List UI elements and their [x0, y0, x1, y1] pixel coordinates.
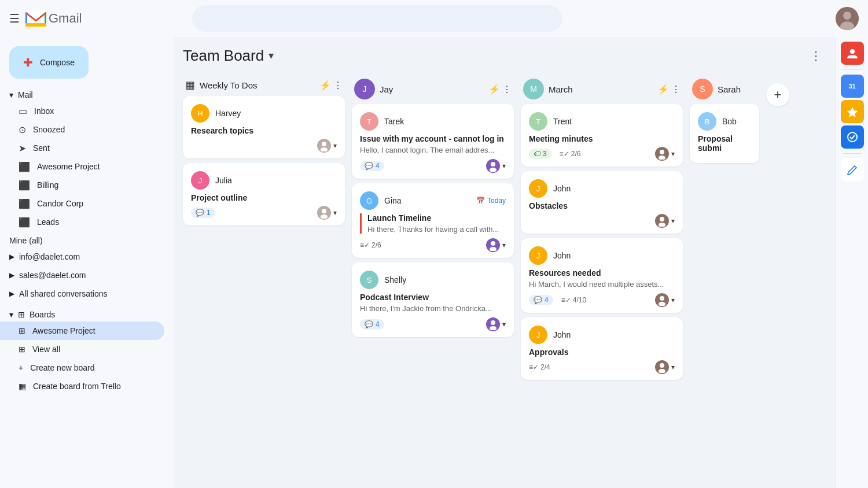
john-res-comment-icon: 💬	[534, 296, 542, 304]
gina-date-badge: 📅 Today	[476, 197, 506, 205]
trent-checklist-icon: ≡✓	[560, 150, 569, 158]
sidebar-item-sent[interactable]: ➤ Sent	[0, 139, 164, 157]
edit-icon[interactable]	[841, 158, 864, 182]
shelly-avatar: S	[360, 271, 378, 289]
card-tarek-issue: T Tarek Issue with my account - cannot l…	[352, 104, 514, 179]
shelly-assignee: ▾	[486, 317, 506, 331]
mail-section-header[interactable]: ▾ Mail	[0, 88, 174, 102]
boards-section-header[interactable]: ▾ ⊞ Boards	[0, 308, 174, 321]
expand-arrow-shared: ▶	[9, 290, 14, 298]
hamburger-icon[interactable]: ☰	[9, 12, 20, 25]
gina-assignee: ▾	[486, 238, 506, 252]
sidebar-item-snoozed[interactable]: ⊙ Snoozed	[0, 120, 164, 139]
board-item-create-new[interactable]: + Create new board	[0, 358, 164, 377]
compose-label: Compose	[40, 58, 75, 67]
svg-point-23	[659, 156, 665, 160]
julia-avatar: J	[191, 171, 209, 190]
tarek-assignee: ▾	[486, 159, 506, 173]
content-area: Team Board ▾ ⋮ ▦ Weekly To Dos ⚡ ⋮ H	[174, 37, 836, 488]
card-top-john-res: J John	[529, 246, 675, 265]
svg-point-16	[491, 162, 495, 167]
sales-email-label: sales@daelet.com	[19, 271, 86, 280]
julia-assignee-chevron[interactable]: ▾	[333, 209, 337, 217]
sidebar-item-leads[interactable]: ⬛ Leads	[0, 213, 164, 231]
gina-calendar-icon: 📅	[476, 197, 485, 205]
gina-checklist-icon: ≡✓	[360, 241, 370, 249]
user-avatar[interactable]	[836, 7, 859, 30]
john-res-assignee-chevron[interactable]: ▾	[671, 296, 675, 304]
sidebar-item-inbox[interactable]: ▭ Inbox	[0, 102, 164, 120]
jay-more-icon[interactable]: ⋮	[502, 84, 512, 95]
shelly-name: Shelly	[384, 275, 406, 284]
tarek-assignee-avatar	[486, 159, 500, 173]
tarek-subject: Issue with my account - cannot log in	[360, 134, 506, 143]
jay-lightning-icon[interactable]: ⚡	[488, 84, 500, 95]
john-res-checklist: ≡✓ 4/10	[561, 296, 586, 304]
trent-name: Trent	[553, 117, 572, 126]
board-item-trello[interactable]: ▦ Create board from Trello	[0, 377, 164, 395]
snoozed-icon: ⊙	[19, 124, 26, 135]
john-res-avatar: J	[529, 246, 547, 265]
board-title-chevron-icon[interactable]: ▾	[269, 49, 274, 62]
add-column-button[interactable]: +	[766, 83, 789, 106]
board-item-awesome-project[interactable]: ⊞ Awesome Project	[0, 321, 164, 340]
gina-assignee-avatar	[486, 238, 500, 252]
tarek-assignee-chevron[interactable]: ▾	[502, 162, 506, 170]
top-bar-left: ☰ Gmail	[9, 10, 183, 27]
trent-tag-badge: 🏷 3	[529, 149, 551, 159]
tarek-comment-count: 4	[376, 162, 380, 170]
sidebar-item-candor[interactable]: ⬛ Candor Corp	[0, 194, 164, 213]
tarek-avatar: T	[360, 112, 378, 131]
john-app-name: John	[553, 330, 571, 339]
col-march: M March ⚡ ⋮ T Trent Meeting minutes	[521, 74, 683, 385]
shelly-assignee-chevron[interactable]: ▾	[502, 320, 506, 328]
boards-grid-icon: ⊞	[18, 310, 25, 319]
card-gina-launch: G Gina 📅 Today Launch Timeline Hi there,…	[352, 183, 514, 258]
trent-assignee: ▾	[655, 147, 675, 161]
john-app-subject: Approvals	[529, 347, 675, 357]
boards-label: Boards	[30, 310, 55, 319]
julia-name: Julia	[215, 176, 232, 185]
awesome-icon: ⬛	[19, 161, 30, 172]
tarek-name: Tarek	[384, 117, 404, 126]
gina-avatar: G	[360, 191, 378, 210]
gina-name: Gina	[384, 196, 402, 205]
john-app-checklist-count: 2/4	[540, 363, 550, 371]
sidebar-info-email[interactable]: ▶ info@daelet.com	[0, 247, 174, 266]
john-res-assignee-avatar	[655, 293, 669, 307]
john-obs-assignee: ▾	[655, 214, 675, 228]
sidebar-item-awesome[interactable]: ⬛ Awesome Project	[0, 157, 164, 176]
john-res-comment-count: 4	[545, 296, 549, 304]
kanban-board: ▦ Weekly To Dos ⚡ ⋮ H Harvey Research to…	[183, 74, 826, 385]
gina-content: Launch Timeline Hi there, Thanks for hav…	[360, 213, 506, 234]
compose-button[interactable]: ✚ Compose	[9, 46, 89, 79]
harvey-assignee-chevron[interactable]: ▾	[333, 142, 337, 150]
board-item-view-all[interactable]: ⊞ View all	[0, 340, 164, 358]
keep-icon[interactable]	[841, 100, 864, 123]
trent-assignee-chevron[interactable]: ▾	[671, 150, 675, 158]
search-input[interactable]	[192, 5, 562, 32]
john-app-assignee-chevron[interactable]: ▾	[671, 363, 675, 371]
board-more-icon[interactable]: ⋮	[806, 46, 826, 65]
card-john-approvals: J John Approvals ≡✓ 2/4	[521, 317, 683, 380]
svg-point-19	[490, 247, 496, 251]
trent-footer: 🏷 3 ≡✓ 2/6 ▾	[529, 147, 675, 161]
tasks-icon[interactable]	[841, 125, 864, 149]
gina-assignee-chevron[interactable]: ▾	[502, 241, 506, 249]
weekly-more-icon[interactable]: ⋮	[333, 80, 343, 91]
trent-checklist-count: 2/6	[571, 150, 581, 158]
sidebar-item-billing[interactable]: ⬛ Billing	[0, 176, 164, 194]
weekly-lightning-icon[interactable]: ⚡	[319, 80, 331, 91]
march-lightning-icon[interactable]: ⚡	[657, 84, 669, 95]
svg-rect-4	[25, 13, 27, 24]
calendar-icon[interactable]: 31	[841, 75, 864, 98]
march-more-icon[interactable]: ⋮	[671, 84, 681, 95]
sidebar-shared-conversations[interactable]: ▶ All shared conversations	[0, 284, 174, 303]
john-obs-assignee-avatar	[655, 214, 669, 228]
john-obs-assignee-chevron[interactable]: ▾	[671, 217, 675, 225]
boards-chevron-icon: ▾	[9, 310, 13, 319]
jay-col-avatar: J	[354, 79, 375, 99]
sidebar-sales-email[interactable]: ▶ sales@daelet.com	[0, 266, 174, 284]
contacts-icon[interactable]	[841, 42, 864, 65]
tarek-comment-icon: 💬	[365, 162, 373, 170]
